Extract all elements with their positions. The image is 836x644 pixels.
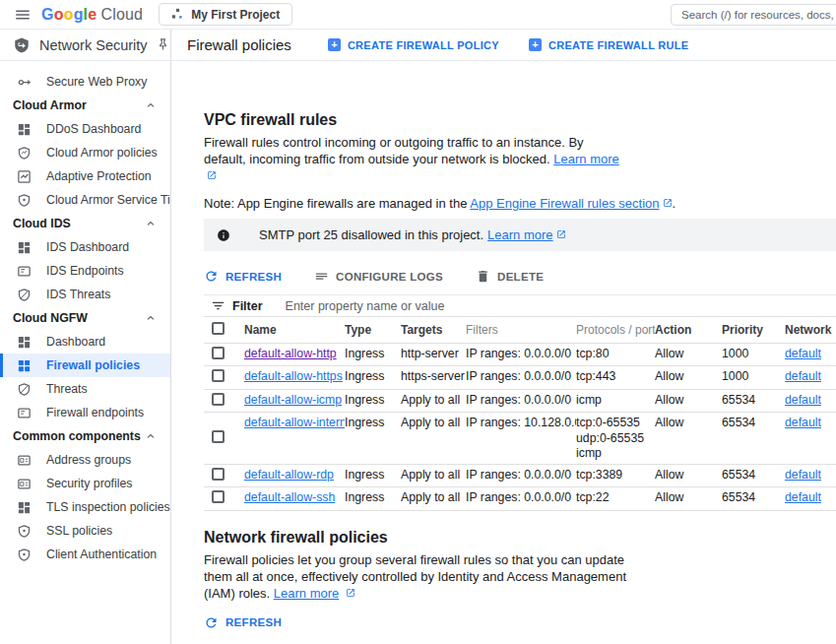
cell-action: Allow xyxy=(655,464,722,487)
configure-logs-button[interactable]: CONFIGURE LOGS xyxy=(314,269,443,284)
firewall-rule-link[interactable]: default-allow-icmp xyxy=(244,393,342,407)
network-link[interactable]: default xyxy=(785,347,821,360)
pin-icon[interactable] xyxy=(156,37,170,52)
column-header-priority[interactable]: Priority xyxy=(722,317,785,343)
external-link-icon xyxy=(556,227,566,237)
project-name: My First Project xyxy=(191,8,280,22)
logo-cloud: Cloud xyxy=(100,6,143,24)
cell-priority: 65534 xyxy=(722,487,785,511)
google-cloud-logo[interactable]: Google Cloud xyxy=(41,6,143,24)
table-row: default-allow-icmpIngressApply to allIP … xyxy=(204,389,836,413)
sidebar-item-dashboard[interactable]: Dashboard xyxy=(0,330,170,354)
refresh-button[interactable]: REFRESH xyxy=(204,269,282,284)
row-checkbox[interactable] xyxy=(212,369,225,382)
sidebar-item-ids-threats[interactable]: IDS Threats xyxy=(0,283,170,306)
row-checkbox[interactable] xyxy=(212,490,225,503)
chevron-up-icon xyxy=(144,98,158,112)
create-firewall-policy-button[interactable]: + CREATE FIREWALL POLICY xyxy=(328,38,499,51)
nfp-learn-more-link[interactable]: Learn more xyxy=(274,586,355,601)
endpoint-icon xyxy=(17,406,32,420)
nfp-refresh-button[interactable]: REFRESH xyxy=(204,615,282,630)
sidebar-item-label: Cloud NGFW xyxy=(13,311,88,325)
row-checkbox[interactable] xyxy=(212,393,225,406)
sidebar-item-adaptive-protection[interactable]: Adaptive Protection xyxy=(0,164,170,188)
cell-priority: 65534 xyxy=(722,413,785,465)
cell-action: Allow xyxy=(655,413,722,465)
row-checkbox[interactable] xyxy=(212,347,225,359)
main-content: VPC firewall rules Firewall rules contro… xyxy=(172,61,836,644)
sidebar-item-label: Client Authentication xyxy=(46,547,157,561)
sidebar-item-cloud-armor-service-tier[interactable]: Cloud Armor Service Tier xyxy=(0,188,170,212)
filter-label: Filter xyxy=(232,299,263,313)
shield-tier-icon xyxy=(17,547,32,562)
vpc-filter-bar[interactable]: Filter Enter property name or value xyxy=(204,294,836,317)
sidebar-item-firewall-endpoints[interactable]: Firewall endpoints xyxy=(0,401,170,424)
sidebar-item-label: Cloud Armor xyxy=(13,98,87,112)
sidebar-section-cloud-ids[interactable]: Cloud IDS xyxy=(0,212,170,235)
firewall-rule-link[interactable]: default-allow-https xyxy=(244,369,343,383)
firewall-rule-link[interactable]: default-allow-internal xyxy=(244,416,345,429)
shield-tier-icon xyxy=(17,524,32,539)
threat-icon xyxy=(17,382,32,397)
sidebar-item-label: Firewall endpoints xyxy=(46,406,144,419)
row-checkbox[interactable] xyxy=(212,430,225,443)
cell-filters: IP ranges: 0.0.0.0/0 xyxy=(466,343,576,366)
logo-google: Google xyxy=(41,6,96,24)
sidebar-item-ddos-dashboard[interactable]: DDoS Dashboard xyxy=(0,117,170,141)
search-input[interactable] xyxy=(671,4,836,26)
sidebar-item-firewall-policies[interactable]: Firewall policies xyxy=(0,354,170,377)
cell-type: Ingress xyxy=(345,343,401,366)
delete-button[interactable]: DELETE xyxy=(476,269,544,284)
project-selector-button[interactable]: My First Project xyxy=(159,3,292,26)
cell-action: Allow xyxy=(655,343,722,366)
firewall-rule-link[interactable]: default-allow-rdp xyxy=(244,468,334,482)
sidebar-item-label: Adaptive Protection xyxy=(46,169,152,183)
sidebar-section-cloud-ngfw[interactable]: Cloud NGFW xyxy=(0,306,170,330)
network-link[interactable]: default xyxy=(785,393,821,407)
column-header-name[interactable]: Name xyxy=(244,317,345,343)
firewall-rule-link[interactable]: default-allow-http xyxy=(244,347,337,360)
sidebar-section-common-components[interactable]: Common components xyxy=(0,424,170,448)
select-all-checkbox[interactable] xyxy=(212,322,225,335)
cell-filters: IP ranges: 0.0.0.0/0 xyxy=(466,464,576,487)
product-title: Network Security xyxy=(39,37,148,53)
sidebar-item-address-groups[interactable]: Address groups xyxy=(0,448,170,472)
sidebar-item-ssl-policies[interactable]: SSL policies xyxy=(0,519,170,543)
firewall-rule-link[interactable]: default-allow-ssh xyxy=(244,490,335,504)
sidebar-item-label: Secure Web Proxy xyxy=(46,75,147,89)
network-link[interactable]: default xyxy=(785,490,821,504)
row-checkbox[interactable] xyxy=(212,468,225,481)
sidebar-item-threats[interactable]: Threats xyxy=(0,377,170,401)
sidebar-item-label: IDS Threats xyxy=(46,288,110,301)
banner-text: SMTP port 25 disallowed in this project. xyxy=(259,227,483,242)
column-header-filters[interactable]: Filters xyxy=(466,317,576,343)
column-header-action[interactable]: Action xyxy=(655,317,722,343)
app-engine-firewall-rules-link[interactable]: App Engine Firewall rules section xyxy=(470,196,672,211)
sidebar-item-ids-endpoints[interactable]: IDS Endpoints xyxy=(0,259,170,283)
column-header-protocols[interactable]: Protocols / ports xyxy=(576,317,655,343)
sidebar-item-client-authentication[interactable]: Client Authentication xyxy=(0,543,170,566)
network-link[interactable]: default xyxy=(785,468,821,482)
banner-learn-more-link[interactable]: Learn more xyxy=(487,227,565,242)
sidebar-item-secure-web-proxy[interactable]: Secure Web Proxy xyxy=(0,70,170,94)
sidebar-item-label: Cloud Armor policies xyxy=(46,146,158,160)
menu-icon[interactable] xyxy=(10,2,35,28)
sidebar-item-cloud-armor-policies[interactable]: Cloud Armor policies xyxy=(0,141,170,164)
network-link[interactable]: default xyxy=(785,416,821,429)
nfp-description-text: Firewall policies let you group several … xyxy=(204,552,626,601)
external-link-icon xyxy=(663,195,673,205)
dashboard-icon xyxy=(17,240,32,255)
cell-targets: Apply to all xyxy=(401,413,466,465)
configure-logs-icon xyxy=(314,269,329,284)
sidebar-item-tls-inspection-policies[interactable]: TLS inspection policies xyxy=(0,495,170,519)
create-firewall-rule-button[interactable]: + CREATE FIREWALL RULE xyxy=(529,38,688,51)
network-link[interactable]: default xyxy=(785,369,821,383)
sidebar-item-ids-dashboard[interactable]: IDS Dashboard xyxy=(0,235,170,259)
column-header-targets[interactable]: Targets xyxy=(401,317,466,343)
sidebar-section-cloud-armor[interactable]: Cloud Armor xyxy=(0,94,170,117)
sidebar-item-security-profiles[interactable]: Security profiles xyxy=(0,472,170,495)
column-header-network[interactable]: Network↑ xyxy=(785,317,836,343)
column-header-type[interactable]: Type xyxy=(345,317,401,343)
firewall-policies-icon xyxy=(17,358,32,373)
sidebar-item-label: IDS Dashboard xyxy=(46,240,129,254)
